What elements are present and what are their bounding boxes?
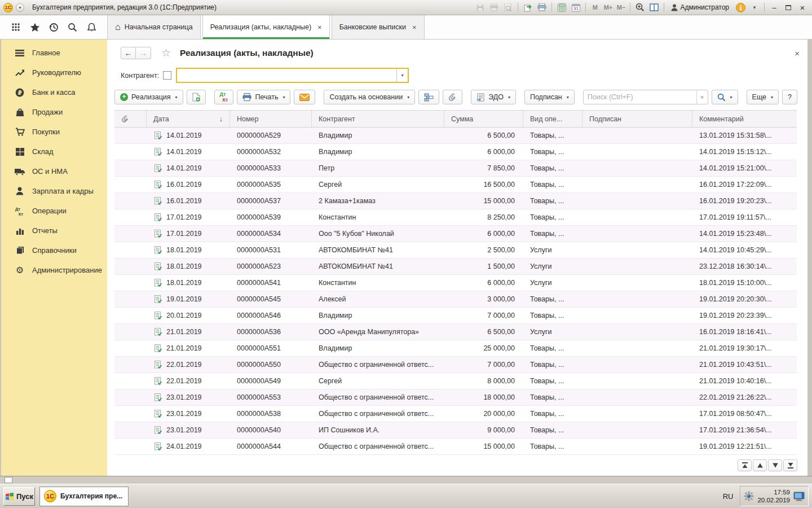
start-button[interactable]: Пуск	[3, 487, 35, 506]
memory-m-button[interactable]: M	[589, 4, 601, 11]
table-row[interactable]: 17.01.20190000000А534Ооо "5 Кубов" Никол…	[114, 226, 797, 242]
sidebar-item-salary[interactable]: Зарплата и кадры	[1, 181, 107, 201]
table-row[interactable]: 20.01.20190000000А546Владимир7 000,00Тов…	[114, 308, 797, 324]
preview-button[interactable]	[502, 2, 514, 13]
exchange-button[interactable]	[522, 2, 534, 13]
tray-settings-icon[interactable]	[744, 491, 754, 501]
sidebar-item-sales[interactable]: Продажи	[1, 102, 107, 122]
info-button[interactable]: i	[734, 2, 747, 13]
table-row[interactable]: 18.01.20190000000А531АВТОКОМБИНАТ №412 5…	[114, 242, 797, 259]
sidebar-item-assets[interactable]: ОС и НМА	[1, 161, 107, 181]
column-header-attachments[interactable]	[114, 111, 147, 127]
table-row[interactable]: 21.01.20190000000А536ООО «Аренда Манипул…	[114, 324, 797, 340]
create-document-button[interactable]: + Реализация ▾	[114, 90, 183, 104]
table-row[interactable]: 16.01.20190000000А5372 Камаза+1камаз15 0…	[114, 193, 797, 209]
column-header-2[interactable]: Контрагент	[312, 111, 444, 127]
window-close-button[interactable]: ×	[796, 2, 809, 13]
table-row[interactable]: 16.01.20190000000А535Сергей16 500,00Това…	[114, 177, 797, 193]
column-header-6[interactable]: Комментарий	[692, 111, 797, 127]
create-based-on-button[interactable]: Создать на основании ▾	[324, 90, 415, 104]
tab-sales-docs[interactable]: Реализация (акты, накладные)×	[202, 15, 330, 39]
language-indicator[interactable]: RU	[723, 492, 734, 501]
split-window-button[interactable]	[648, 2, 660, 13]
print-menu-button[interactable]: Печать ▾	[237, 90, 290, 104]
table-row[interactable]: 22.01.20190000000А549Сергей8 000,00Товар…	[114, 373, 797, 389]
tab-bank-statements[interactable]: Банковские выписки×	[332, 15, 425, 39]
signed-filter-button[interactable]: Подписан ▾	[524, 90, 575, 104]
send-email-button[interactable]	[294, 90, 315, 104]
save-button[interactable]	[474, 2, 486, 13]
table-row[interactable]: 23.01.20190000000А540ИП Сошников И.А.9 0…	[114, 422, 797, 439]
current-user-button[interactable]: Администратор	[668, 3, 732, 11]
all-sections-menu-button[interactable]	[10, 21, 21, 33]
go-next-button[interactable]	[768, 459, 782, 471]
history-button[interactable]	[48, 21, 59, 33]
table-row[interactable]: 21.01.20190000000А551Владимир25 000,00То…	[114, 340, 797, 357]
taskbar-app-button[interactable]: 1С Бухгалтерия пре...	[39, 487, 129, 506]
go-first-button[interactable]	[738, 459, 752, 471]
info-dropdown-button[interactable]: ▾	[748, 2, 761, 13]
more-actions-button[interactable]: Еще ▾	[747, 90, 779, 104]
search-clear-button[interactable]: ×	[696, 90, 708, 104]
sidebar-item-administration[interactable]: ⚙Администрирование	[1, 260, 107, 280]
memory-m-minus-button[interactable]: M−	[615, 4, 626, 11]
print-button[interactable]	[488, 2, 500, 13]
table-row[interactable]: 14.01.20190000000А532Владимир6 000,00Тов…	[114, 144, 797, 160]
column-header-5[interactable]: Подписан	[582, 111, 692, 127]
counterparty-filter-checkbox[interactable]	[163, 71, 171, 80]
calendar-button[interactable]: 31	[570, 2, 582, 13]
form-close-button[interactable]: ×	[795, 49, 800, 58]
help-button[interactable]: ?	[782, 90, 797, 104]
table-row[interactable]: 23.01.20190000000А553Общество с ограниче…	[114, 389, 797, 406]
tray-display-icon[interactable]	[793, 492, 805, 501]
maximize-button[interactable]	[782, 2, 795, 13]
search-input[interactable]	[584, 90, 696, 104]
go-last-button[interactable]	[783, 459, 797, 471]
column-header-4[interactable]: Вид опе...	[523, 111, 582, 127]
tab-close-icon[interactable]: ×	[317, 23, 322, 32]
table-row[interactable]: 23.01.20190000000А538Общество с ограниче…	[114, 406, 797, 422]
sidebar-item-operations[interactable]: ДтКтОперации	[1, 201, 107, 221]
search-panel-button[interactable]	[67, 21, 78, 33]
calculator-button[interactable]	[555, 2, 568, 13]
tray-date[interactable]: 20.02.2019	[757, 496, 790, 504]
sidebar-item-directories[interactable]: Справочники	[1, 240, 107, 260]
column-header-3[interactable]: Сумма	[444, 111, 523, 127]
column-header-1[interactable]: Номер	[230, 111, 312, 127]
sidebar-item-purchases[interactable]: Покупки	[1, 122, 107, 142]
table-row[interactable]: 19.01.20190000000А545Алексей3 000,00Това…	[114, 291, 797, 308]
zoom-button[interactable]	[634, 2, 646, 13]
sidebar-item-bank[interactable]: ₽Банк и касса	[1, 82, 107, 102]
counterparty-filter-dropdown-button[interactable]: ▾	[396, 69, 408, 82]
counterparty-filter-input[interactable]	[177, 69, 396, 82]
table-row[interactable]: 14.01.20190000000А533Петр7 850,00Товары,…	[114, 160, 797, 177]
favorites-star-button[interactable]	[29, 21, 41, 33]
search-settings-button[interactable]: ▾	[712, 90, 738, 104]
sidebar-item-reports[interactable]: Отчеты	[1, 221, 107, 240]
table-row[interactable]: 22.01.20190000000А550Общество с ограниче…	[114, 357, 797, 373]
tab-close-icon[interactable]: ×	[412, 23, 417, 32]
nav-forward-button[interactable]: →	[136, 47, 151, 59]
table-row[interactable]: 14.01.20190000000А529Владимир6 500,00Тов…	[114, 128, 797, 144]
document-structure-button[interactable]	[418, 90, 439, 104]
column-header-0[interactable]: Дата↓	[147, 111, 230, 127]
table-row[interactable]: 17.01.20190000000А539Константин8 250,00Т…	[114, 209, 797, 226]
sidebar-item-warehouse[interactable]: Склад	[1, 142, 107, 161]
print-settings-button[interactable]	[536, 2, 548, 13]
tray-time[interactable]: 17:59	[757, 488, 790, 496]
nav-back-button[interactable]: ←	[121, 47, 136, 59]
copy-document-button[interactable]	[187, 90, 206, 104]
tab-home[interactable]: ⌂Начальная страница	[107, 15, 201, 39]
sidebar-item-main[interactable]: Главное	[1, 43, 107, 63]
edo-menu-button[interactable]: ЭДО ▾	[471, 90, 516, 104]
minimize-button[interactable]: –	[768, 2, 780, 13]
favorite-star-toggle[interactable]: ☆	[161, 46, 171, 59]
go-previous-button[interactable]	[753, 459, 767, 471]
attachments-button[interactable]	[443, 90, 462, 104]
memory-m-plus-button[interactable]: M+	[602, 4, 614, 11]
table-row[interactable]: 18.01.20190000000А541Константин6 000,00У…	[114, 275, 797, 291]
table-row[interactable]: 24.01.20190000000А544Общество с ограниче…	[114, 439, 797, 455]
window-menu-button[interactable]: ▾	[16, 3, 24, 12]
show-postings-button[interactable]: ДтКт	[214, 90, 234, 104]
table-row[interactable]: 18.01.20190000000А523АВТОКОМБИНАТ №411 5…	[114, 259, 797, 275]
